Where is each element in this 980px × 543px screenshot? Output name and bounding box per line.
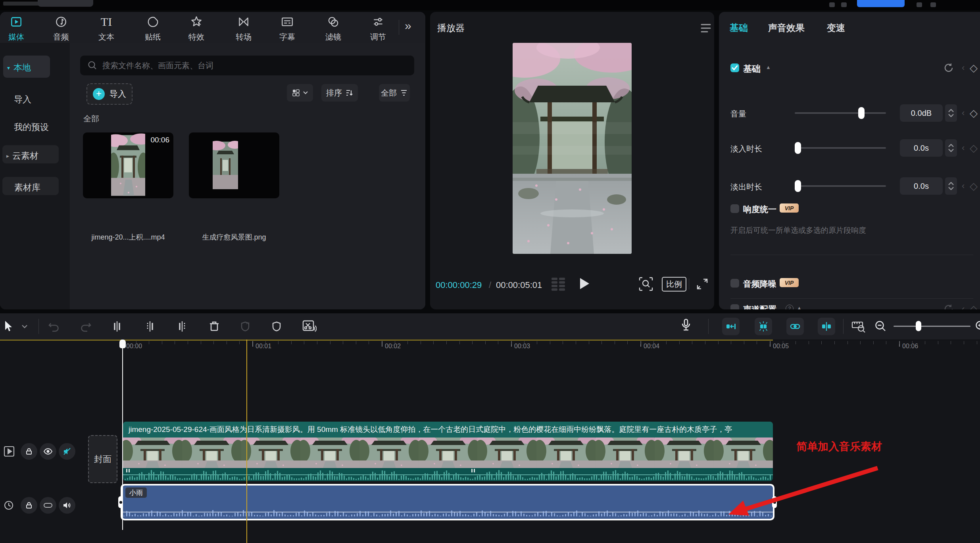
mask-icon[interactable] xyxy=(270,320,283,333)
record-voiceover-icon[interactable] xyxy=(679,318,693,333)
titlebar-icon-cluster[interactable] xyxy=(917,2,922,7)
audio-clip-selection[interactable]: 小雨 xyxy=(121,484,774,520)
loudness-checkbox[interactable] xyxy=(730,204,739,213)
tab-basic[interactable]: 基础 xyxy=(730,22,748,34)
reset-icon[interactable] xyxy=(943,63,954,73)
ai-mask-icon[interactable]: AI xyxy=(238,320,252,333)
audio-clip-right-handle[interactable] xyxy=(772,496,777,508)
fade-out-stepper[interactable] xyxy=(945,177,957,195)
sidebar-item-import[interactable]: 导入 xyxy=(0,94,70,106)
timeline-ruler[interactable]: 00:0000:0100:0200:0300:0400:0500:06 xyxy=(0,340,980,357)
undo-icon[interactable] xyxy=(47,320,61,333)
export-button[interactable] xyxy=(857,0,905,7)
timeline-scale-icon[interactable] xyxy=(851,319,866,334)
audio-volume-button[interactable] xyxy=(59,497,75,514)
ratio-button[interactable]: 比例 xyxy=(662,277,686,292)
media-item-image[interactable] xyxy=(189,132,279,198)
zoom-in-icon[interactable] xyxy=(974,320,980,333)
audio-clip[interactable]: 小雨 xyxy=(122,485,773,519)
hide-track-button[interactable] xyxy=(40,443,56,460)
volume-slider[interactable] xyxy=(795,112,886,114)
keyframe-prev-icon[interactable]: ‹ xyxy=(962,181,965,191)
frame-zoom-icon[interactable] xyxy=(638,276,654,292)
sidebar-item-local[interactable]: ▾ 本地 xyxy=(0,62,70,74)
split-preview-button[interactable] xyxy=(818,318,835,335)
fade-out-slider[interactable] xyxy=(795,185,886,187)
nav-item-filter[interactable]: 滤镜 xyxy=(314,15,352,42)
cover-button[interactable]: 封面 xyxy=(88,435,117,483)
stepper-up-icon[interactable] xyxy=(948,144,954,147)
fullscreen-icon[interactable] xyxy=(695,277,709,291)
volume-slider-thumb[interactable] xyxy=(858,107,865,119)
play-button[interactable] xyxy=(579,278,590,290)
tab-sound-effects[interactable]: 声音效果 xyxy=(768,22,805,34)
keyframe-prev-icon[interactable]: ‹ xyxy=(962,143,965,153)
track-preview-icon[interactable] xyxy=(3,445,15,457)
collapse-triangle-icon[interactable]: ▲ xyxy=(766,64,771,70)
timeline-zoom-slider[interactable] xyxy=(894,326,970,327)
keyframe-diamond-icon[interactable]: ◇ xyxy=(970,303,978,309)
mute-track-button[interactable] xyxy=(59,443,75,460)
select-tool-icon[interactable] xyxy=(2,320,14,333)
stepper-down-icon[interactable] xyxy=(948,187,954,190)
player-menu-icon[interactable] xyxy=(700,23,712,33)
sort-button[interactable]: 排序 xyxy=(321,84,358,102)
preview-quality-icon[interactable] xyxy=(549,276,568,292)
keyframe-prev-icon[interactable]: ‹ xyxy=(962,63,965,73)
extract-audio-icon[interactable] xyxy=(302,319,317,334)
playhead-handle[interactable] xyxy=(119,340,126,348)
titlebar-icon-cluster[interactable] xyxy=(841,2,847,7)
nav-item-effects[interactable]: 特效 xyxy=(177,15,215,42)
timeline-zoom-thumb[interactable] xyxy=(916,321,921,331)
sidebar-item-cloud[interactable]: ▸ 云素材 xyxy=(0,150,70,162)
stepper-up-icon[interactable] xyxy=(948,182,954,185)
sidebar-item-library[interactable]: 素材库 xyxy=(0,182,70,194)
import-button[interactable]: + 导入 xyxy=(86,83,133,105)
nav-item-adjust[interactable]: 调节 xyxy=(359,15,397,42)
volume-stepper[interactable] xyxy=(945,104,957,122)
playhead-line[interactable] xyxy=(122,347,123,530)
select-tool-chevron-icon[interactable] xyxy=(21,324,28,328)
nav-more-button[interactable]: » xyxy=(405,19,411,33)
project-tab[interactable] xyxy=(38,0,93,7)
view-mode-button[interactable] xyxy=(287,84,313,102)
stepper-down-icon[interactable] xyxy=(948,114,954,117)
keyframe-diamond-icon[interactable]: ◇ xyxy=(970,180,978,192)
video-clip[interactable]: jimeng-2025-05-29-624-画面风格为日系清新摄影风。用 50m… xyxy=(123,422,773,481)
link-clips-button[interactable] xyxy=(786,318,804,335)
nav-item-audio[interactable]: 音频 xyxy=(42,15,80,42)
fade-in-stepper[interactable] xyxy=(945,139,957,157)
fade-in-value[interactable]: 0.0s xyxy=(900,139,943,157)
sidebar-item-presets[interactable]: 我的预设 xyxy=(0,121,70,133)
nav-item-media[interactable]: 媒体 xyxy=(0,15,35,42)
keyframe-diamond-icon[interactable]: ◇ xyxy=(970,62,978,74)
titlebar-icon-cluster[interactable] xyxy=(829,2,835,7)
split-icon[interactable] xyxy=(110,320,124,333)
magnetic-snap-button[interactable] xyxy=(722,318,740,335)
volume-value[interactable]: 0.0dB xyxy=(900,104,943,122)
channel-checkbox[interactable] xyxy=(730,304,739,309)
zoom-out-icon[interactable] xyxy=(874,320,888,333)
lock-track-button[interactable] xyxy=(21,443,37,460)
video-preview[interactable] xyxy=(513,43,632,254)
redo-icon[interactable] xyxy=(79,320,92,333)
keyframe-diamond-icon[interactable]: ◇ xyxy=(970,142,978,154)
audio-track-toggle-button[interactable] xyxy=(40,497,56,514)
auto-split-button[interactable] xyxy=(755,318,772,335)
keyframe-diamond-icon[interactable]: ◇ xyxy=(970,107,978,119)
audio-track-clock-icon[interactable] xyxy=(3,500,14,511)
tab-speed[interactable]: 变速 xyxy=(827,22,845,34)
nav-item-captions[interactable]: 字幕 xyxy=(268,15,306,42)
nav-item-text[interactable]: TI 文本 xyxy=(87,15,125,42)
split-right-icon[interactable] xyxy=(175,320,189,333)
keyframe-prev-icon[interactable]: ‹ xyxy=(962,304,965,309)
fade-in-slider[interactable] xyxy=(795,147,886,149)
split-left-icon[interactable] xyxy=(143,320,157,333)
fade-in-slider-thumb[interactable] xyxy=(795,142,801,154)
filter-button[interactable]: 全部 xyxy=(379,84,410,102)
stepper-down-icon[interactable] xyxy=(948,149,954,152)
nav-item-sticker[interactable]: 贴纸 xyxy=(134,15,172,42)
media-item-video[interactable]: 00:06 xyxy=(83,132,173,198)
titlebar-icon-cluster[interactable] xyxy=(930,2,936,7)
fade-out-slider-thumb[interactable] xyxy=(795,180,801,192)
